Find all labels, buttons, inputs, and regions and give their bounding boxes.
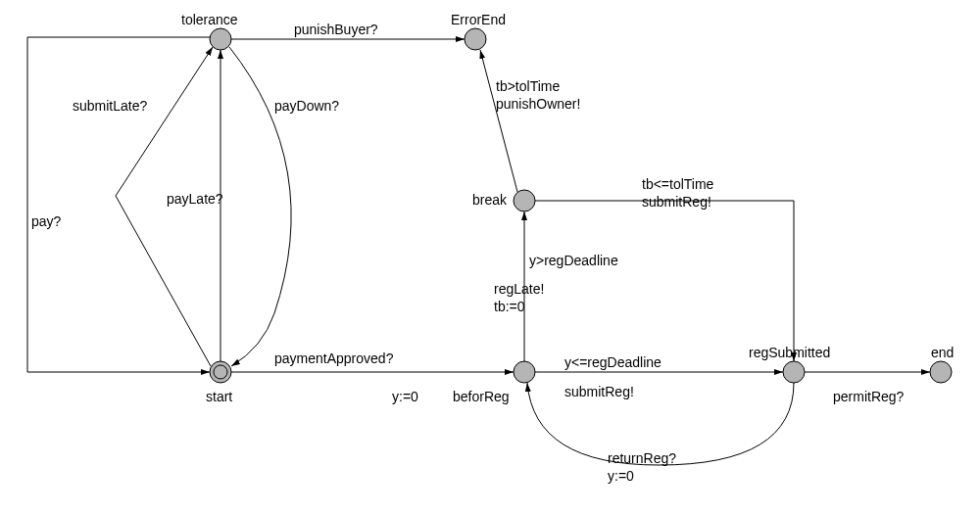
label-paylate: payLate? — [167, 191, 223, 209]
diagram-canvas — [0, 0, 980, 514]
label-start: start — [206, 389, 232, 406]
label-y-gt: y>regDeadline — [529, 253, 618, 270]
label-punishowner: punishOwner! — [496, 96, 580, 114]
label-tb0: tb:=0 — [494, 299, 525, 316]
label-beforreg: beforReg — [453, 389, 510, 406]
label-paydown: payDown? — [274, 98, 339, 116]
label-end: end — [931, 345, 954, 362]
edge-tolerance-start-paydown — [229, 47, 291, 366]
state-break — [514, 190, 535, 211]
label-pay: pay? — [31, 213, 61, 231]
label-regsubmitted: regSubmitted — [749, 345, 830, 362]
label-submitreg1: submitReg! — [642, 194, 711, 211]
label-y-le: y<=regDeadline — [564, 354, 662, 372]
label-tb-le: tb<=tolTime — [642, 176, 713, 194]
label-submitreg2: submitReg! — [564, 384, 634, 401]
label-reglate: regLate! — [494, 281, 544, 299]
label-break: break — [472, 192, 507, 210]
label-y0-2: y:=0 — [608, 468, 634, 486]
label-errorend: ErrorEnd — [451, 12, 506, 29]
edge-break-regsubmitted — [535, 201, 794, 361]
state-errorend — [465, 28, 486, 50]
label-tolerance: tolerance — [181, 12, 238, 29]
label-tb-gt: tb>tolTime — [496, 78, 560, 96]
label-returnreg: returnReg? — [608, 450, 676, 468]
state-end — [930, 361, 952, 383]
label-permitreg: permitReg? — [833, 389, 904, 406]
state-tolerance — [210, 28, 231, 50]
state-start — [210, 361, 231, 383]
label-submitlate: submitLate? — [73, 98, 147, 116]
label-punishbuyer: punishBuyer? — [294, 22, 378, 39]
edge-break-errorend — [480, 50, 517, 192]
label-paymentapproved: paymentApproved? — [274, 350, 393, 368]
state-regsubmitted — [783, 361, 805, 383]
state-beforreg — [514, 361, 535, 383]
label-y0-1: y:=0 — [392, 389, 418, 406]
